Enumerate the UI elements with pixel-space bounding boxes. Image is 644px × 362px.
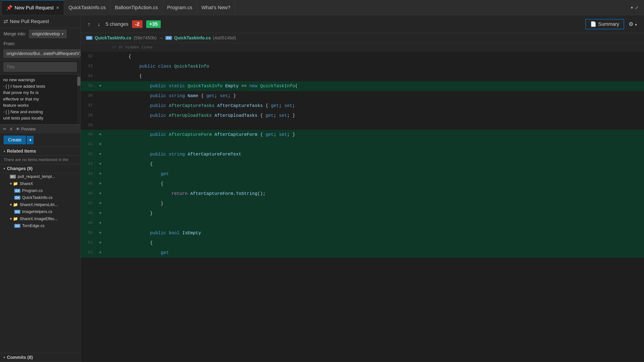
diff-line-added: 35 + public static QuickTaskInfo Empty =…	[80, 81, 644, 91]
line-sign: +	[96, 140, 104, 149]
diff-nav-down-button[interactable]: ↓	[96, 20, 102, 28]
diff-line-added: 41 +	[80, 140, 644, 149]
tab-label: QuickTaskInfo.cs	[68, 5, 106, 10]
line-sign	[96, 101, 104, 111]
merge-branch-caret: ▾	[62, 32, 64, 36]
line-sign: +	[96, 169, 104, 179]
folder-icon: ▾ 📁	[10, 216, 18, 221]
list-item[interactable]: C# QuickTaskInfo.cs	[0, 194, 80, 201]
diff-line-added: 47 + }	[80, 199, 644, 209]
tab-balloontipaction[interactable]: BalloonTipAction.cs	[110, 0, 162, 15]
folder-label: ShareX.ImageEffec...	[20, 217, 58, 221]
line-sign	[96, 71, 104, 81]
line-num: 46	[80, 189, 96, 199]
create-dropdown-button[interactable]: ▾	[27, 136, 34, 144]
cs-badge: C#	[14, 189, 20, 193]
line-sign: +	[96, 209, 104, 218]
list-item[interactable]: M↓ pull_request_templ...	[0, 173, 80, 180]
line-sign: +	[96, 199, 104, 209]
summary-button[interactable]: 📄 Summary	[585, 19, 624, 29]
filename-label: QuickTaskInfo.cs	[22, 195, 52, 200]
related-items-header[interactable]: ▾ Related Items	[0, 147, 80, 156]
merge-branch-dropdown[interactable]: origin/develop ▾	[29, 30, 66, 38]
list-item[interactable]: ▾ 📁 ShareX.ImageEffec...	[0, 215, 80, 222]
right-panel: ↑ ↓ 5 changes -2 +35 📄 Summary ⚙ ▾ C# Qu…	[80, 15, 644, 362]
diff-content[interactable]: // 37 hidden lines 32 { 33 public class …	[80, 43, 644, 362]
folder-icon: ▾ 📁	[10, 181, 18, 186]
line-num: 34	[80, 71, 96, 81]
create-button[interactable]: Create	[4, 136, 26, 144]
line-sign: +	[96, 149, 104, 159]
filename-label: Program.cs	[22, 188, 43, 193]
tab-label: Program.cs	[167, 5, 192, 10]
line-sign: +	[96, 159, 104, 169]
diff-line: 36 public string Name { get; set; }	[80, 91, 644, 101]
line-num: 43	[80, 159, 96, 169]
line-num: 32	[80, 52, 96, 61]
preview-button[interactable]: 👁 Preview	[16, 127, 36, 132]
line-code	[104, 140, 644, 149]
line-num: 45	[80, 179, 96, 189]
filename-label: ImageHelpers.cs	[22, 209, 52, 214]
summary-icon: 📄	[590, 21, 596, 27]
list-item[interactable]: C# TornEdge.cs	[0, 222, 80, 229]
folder-label: ShareX	[20, 181, 33, 186]
list-item[interactable]: ▾ 📁 ShareX.HelpersLib\...	[0, 201, 80, 208]
file-diff-header: C# QuickTaskInfo.cs (59e7450b) → C# Quic…	[80, 33, 644, 43]
line-code: get	[104, 169, 644, 179]
right-file-badge: C#	[166, 36, 172, 40]
list-item[interactable]: C# ImageHelpers.cs	[0, 208, 80, 215]
close-icon[interactable]: ✕	[56, 5, 59, 10]
merge-branch-value: origin/develop	[32, 31, 60, 36]
list-item[interactable]: C# Program.cs	[0, 187, 80, 194]
title-input[interactable]	[4, 62, 77, 72]
md-badge: M↓	[10, 175, 16, 179]
pr-icon: ⇄	[4, 18, 8, 25]
tab-dropdown-icon[interactable]: ▾	[631, 5, 633, 10]
description-scrollbar-thumb	[77, 77, 80, 86]
settings-button[interactable]: ⚙ ▾	[627, 20, 639, 28]
line-code: public string Name { get; set; }	[104, 91, 644, 101]
line-sign: +	[96, 81, 104, 91]
diff-line: 39	[80, 121, 644, 130]
cs-badge: C#	[14, 196, 20, 200]
from-branch-dropdown[interactable]: origin/demos/Bui...eatePullRequestV1 ▾	[4, 49, 88, 58]
line-code: public string AfterCaptureFormText	[104, 149, 644, 159]
line-code: public class QuickTaskInfo	[104, 61, 644, 71]
tab-quicktaskinfo[interactable]: QuickTaskInfo.cs	[64, 0, 110, 15]
tab-bar: 📌 New Pull Request ✕ QuickTaskInfo.cs Ba…	[0, 0, 644, 15]
line-num: 40	[80, 130, 96, 140]
line-num: 37	[80, 101, 96, 111]
diff-nav-up-button[interactable]: ↑	[86, 20, 92, 28]
pr-title-label: New Pull Request	[10, 18, 49, 24]
tab-whats-new[interactable]: What's New?	[197, 0, 235, 15]
line-sign: +	[96, 238, 104, 248]
description-textarea[interactable]: no new warnings - [ ] I have added tests…	[0, 74, 80, 124]
removed-badge: -2	[132, 20, 143, 28]
diff-line-added: 42 + public string AfterCaptureFormText	[80, 149, 644, 159]
cs-badge: C#	[14, 224, 20, 228]
line-code: // 37 hidden lines	[104, 43, 644, 52]
line-code: public AfterCaptureForm AfterCaptureForm…	[104, 130, 644, 140]
line-code: public AfterCaptureTasks AfterCaptureTas…	[104, 101, 644, 111]
list-item[interactable]: ▾ 📁 ShareX	[0, 180, 80, 187]
line-sign	[96, 111, 104, 121]
line-num: 36	[80, 91, 96, 101]
commits-header[interactable]: ▾ Commits (8)	[0, 353, 80, 362]
description-scrollbar[interactable]	[77, 74, 80, 124]
tab-restore-icon[interactable]: ⤢	[635, 5, 639, 10]
tab-program[interactable]: Program.cs	[163, 0, 197, 15]
line-sign	[96, 52, 104, 61]
commits-title: Commits (8)	[7, 355, 33, 360]
preview-label: Preview	[21, 127, 36, 132]
left-panel: ⇄ New Pull Request Merge into: origin/de…	[0, 15, 80, 362]
tab-new-pull-request[interactable]: 📌 New Pull Request ✕	[2, 0, 64, 15]
line-num: 49	[80, 218, 96, 228]
line-num: 33	[80, 61, 96, 71]
edit-icon[interactable]: ✏	[3, 127, 6, 132]
changes-header[interactable]: ▾ Changes (9)	[0, 164, 80, 173]
diff-line-added: 40 + public AfterCaptureForm AfterCaptur…	[80, 130, 644, 140]
filename-label: pull_request_templ...	[18, 174, 55, 179]
hash-icon[interactable]: #	[10, 127, 12, 132]
diff-line-added: 48 + }	[80, 209, 644, 218]
